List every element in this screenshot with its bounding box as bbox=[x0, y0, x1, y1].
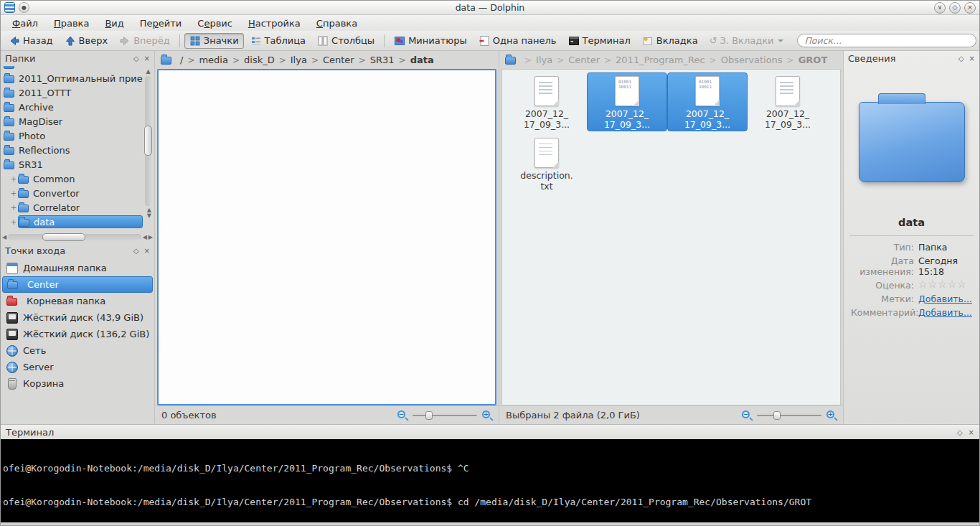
expander-icon[interactable]: + bbox=[9, 218, 18, 226]
place-home[interactable]: Домашняя папка bbox=[2, 260, 153, 276]
menu-tools[interactable]: Сервис bbox=[190, 17, 240, 30]
place-harddisk-2[interactable]: Жёсткий диск (136,2 GiB) bbox=[2, 326, 153, 342]
file-item-selected[interactable]: 01001 10011 2007_12_ 17_09_3... bbox=[667, 72, 748, 131]
tree-row[interactable]: Photo bbox=[4, 128, 143, 143]
zoom-out-icon[interactable]: − bbox=[397, 410, 407, 421]
scrollbar-thumb[interactable] bbox=[144, 126, 152, 156]
zoom-slider[interactable] bbox=[757, 410, 821, 421]
breadcrumb-item[interactable]: Ilya bbox=[536, 55, 552, 65]
close-panel-icon[interactable]: × bbox=[969, 428, 974, 436]
place-root[interactable]: Корневая папка bbox=[2, 293, 153, 309]
zoom-out-icon[interactable]: − bbox=[742, 410, 752, 421]
menu-view[interactable]: Вид bbox=[98, 17, 131, 30]
place-center[interactable]: Center bbox=[2, 276, 153, 293]
close-button[interactable]: × bbox=[964, 2, 976, 14]
scroll-left-icon[interactable]: ◀ bbox=[2, 234, 6, 240]
tree-row-selected[interactable]: +data bbox=[4, 215, 143, 229]
tree-row[interactable]: Archive bbox=[4, 100, 143, 114]
window-menu-button[interactable]: ● bbox=[19, 2, 29, 13]
breadcrumb-item[interactable]: Ilya bbox=[291, 55, 307, 65]
zoom-slider-handle[interactable] bbox=[773, 411, 781, 420]
new-tab-button[interactable]: Вкладка bbox=[637, 33, 703, 49]
text-file-icon bbox=[534, 138, 559, 168]
zoom-in-icon[interactable]: + bbox=[826, 410, 837, 421]
back-button[interactable]: Назад bbox=[4, 33, 58, 49]
file-item[interactable]: description. txt bbox=[507, 134, 587, 193]
tree-row[interactable]: MagDiser bbox=[4, 114, 143, 128]
place-network[interactable]: Сеть bbox=[2, 342, 153, 359]
table-view-button[interactable]: Таблица bbox=[245, 33, 311, 49]
detach-panel-icon[interactable]: ◇ bbox=[133, 55, 139, 62]
menu-settings[interactable]: Настройка bbox=[241, 17, 308, 30]
tree-row[interactable]: Reflections bbox=[4, 143, 143, 157]
terminal-screen[interactable]: ofei@Korogodin-Notebook:/media/disk_D/Il… bbox=[1, 439, 979, 522]
icons-view-button[interactable]: Значки bbox=[184, 33, 244, 49]
harddisk-icon bbox=[6, 329, 18, 340]
tree-row[interactable]: 2011_Оптимальный прием bbox=[4, 71, 143, 85]
add-tags-link[interactable]: Добавить... bbox=[918, 293, 972, 304]
detach-panel-icon[interactable]: ◇ bbox=[958, 55, 964, 62]
breadcrumb-item[interactable]: SR31 bbox=[370, 55, 395, 65]
folders-horizontal-scrollbar[interactable]: ◀ ◀ ▶ bbox=[2, 233, 153, 242]
maximize-button[interactable]: ◇ bbox=[949, 2, 961, 14]
folders-scroll-arrows[interactable]: ▲▼ bbox=[147, 207, 151, 219]
tree-row[interactable]: +Convertor bbox=[4, 186, 143, 200]
menu-file[interactable]: Файл bbox=[5, 17, 45, 30]
rating-stars[interactable]: ☆☆☆☆☆ bbox=[918, 280, 972, 291]
single-panel-button[interactable]: Одна панель bbox=[473, 33, 562, 49]
zoom-in-icon[interactable]: + bbox=[482, 410, 492, 421]
folders-vertical-scrollbar[interactable]: ▲ bbox=[143, 68, 153, 207]
breadcrumb-item[interactable]: 2011_Program_Rec bbox=[616, 55, 705, 65]
menu-go[interactable]: Перейти bbox=[133, 17, 189, 30]
menu-edit[interactable]: Правка bbox=[47, 17, 96, 30]
breadcrumb-item[interactable]: Center bbox=[568, 55, 600, 65]
breadcrumb-item[interactable]: media bbox=[199, 55, 228, 65]
thumbnails-button[interactable]: Миниатюры bbox=[389, 33, 472, 49]
closed-tabs-button[interactable]: ↺ З. Вкладки bbox=[705, 33, 789, 48]
breadcrumb-item[interactable]: disk_D bbox=[244, 55, 275, 65]
scrollbar-thumb[interactable] bbox=[42, 233, 85, 241]
detach-panel-icon[interactable]: ◇ bbox=[133, 247, 139, 255]
file-item[interactable]: 2007_12_ 17_09_3... bbox=[748, 72, 828, 131]
up-button[interactable]: Вверх bbox=[60, 33, 113, 49]
place-harddisk-1[interactable]: Жёсткий диск (43,9 GiB) bbox=[2, 309, 153, 326]
breadcrumb-current[interactable]: GROT bbox=[798, 55, 828, 65]
zoom-slider-handle[interactable] bbox=[425, 411, 433, 420]
expander-icon[interactable]: + bbox=[9, 175, 18, 183]
tree-row[interactable]: 2011_OTTT bbox=[4, 85, 143, 100]
zoom-slider[interactable] bbox=[413, 410, 477, 421]
breadcrumb-item[interactable]: / bbox=[180, 55, 183, 65]
close-panel-icon[interactable]: × bbox=[144, 55, 150, 62]
place-trash[interactable]: Корзина bbox=[2, 375, 153, 392]
scroll-left-icon[interactable]: ◀ bbox=[143, 234, 147, 240]
right-folder-view[interactable]: 2007_12_ 17_09_3... 01001 10011 2007_12_… bbox=[501, 69, 841, 405]
breadcrumb-current[interactable]: data bbox=[410, 55, 434, 65]
file-item[interactable]: 2007_12_ 17_09_3... bbox=[507, 72, 587, 131]
add-comment-link[interactable]: Добавить... bbox=[918, 307, 972, 318]
network-icon bbox=[6, 345, 18, 357]
menu-help[interactable]: Справка bbox=[309, 17, 364, 30]
tree-row[interactable]: +Correlator bbox=[4, 200, 143, 215]
left-folder-view[interactable] bbox=[157, 69, 496, 405]
search-input[interactable] bbox=[797, 34, 976, 47]
columns-view-button[interactable]: Столбцы bbox=[312, 33, 380, 49]
folders-panel-header: Папки ◇ × bbox=[1, 51, 154, 66]
forward-button[interactable]: Вперёд bbox=[114, 33, 175, 49]
expander-icon[interactable]: + bbox=[9, 204, 18, 212]
breadcrumb-item[interactable]: Center bbox=[323, 55, 354, 65]
scroll-up-icon[interactable]: ▲ bbox=[146, 68, 150, 75]
file-item-selected[interactable]: 01001 10011 2007_12_ 17_09_3... bbox=[587, 72, 667, 131]
detach-panel-icon[interactable]: ◇ bbox=[957, 428, 963, 436]
expander-icon[interactable]: + bbox=[9, 189, 18, 197]
tree-row[interactable]: SR31 bbox=[4, 157, 143, 172]
sidebar: Папки ◇ × 2011_Оптимальный прием 2011_OT… bbox=[1, 51, 154, 424]
close-panel-icon[interactable]: × bbox=[144, 247, 150, 255]
place-server[interactable]: Server bbox=[2, 359, 153, 375]
tree-row[interactable]: +Common bbox=[4, 172, 143, 186]
shade-button[interactable]: ∨ bbox=[934, 2, 946, 14]
close-panel-icon[interactable]: × bbox=[969, 55, 975, 62]
terminal-button[interactable]: Терминал bbox=[563, 33, 636, 49]
info-panel: Сведения ◇ × data Тип: Папка Дата измене… bbox=[843, 51, 979, 424]
breadcrumb-item[interactable]: Observations bbox=[721, 55, 783, 65]
scroll-right-icon[interactable]: ▶ bbox=[149, 234, 153, 240]
